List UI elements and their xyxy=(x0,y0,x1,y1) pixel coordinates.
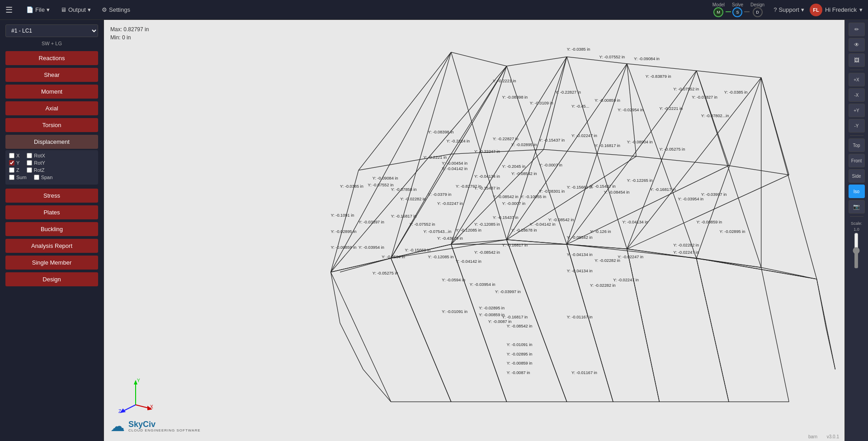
svg-text:Y: -0.2224 in: Y: -0.2224 in xyxy=(447,139,470,143)
svg-text:Y: -0.03397 in: Y: -0.03397 in xyxy=(359,220,384,224)
file-menu[interactable]: 📄 File ▾ xyxy=(22,5,54,15)
svg-text:Y: -0.22827 in: Y: -0.22827 in xyxy=(493,137,519,141)
checkbox-rotx[interactable] xyxy=(27,153,32,158)
skyciv-logo-text: SkyCiv CLOUD ENGINEERING SOFTWARE xyxy=(128,420,201,432)
svg-text:Y: -0.02282 in: Y: -0.02282 in xyxy=(400,197,426,201)
checkbox-roty[interactable] xyxy=(27,160,32,166)
svg-text:Y: -0.07858 in: Y: -0.07858 in xyxy=(391,187,417,192)
output-menu[interactable]: 🖥 Output ▾ xyxy=(56,5,95,15)
front-button[interactable]: Front xyxy=(849,154,865,167)
reactions-button[interactable]: Reactions xyxy=(5,51,98,65)
design-label: Design xyxy=(750,2,764,7)
camera-button[interactable]: 📷 xyxy=(849,200,865,213)
svg-text:Y: -0.08542 in: Y: -0.08542 in xyxy=(511,171,537,176)
buckling-button[interactable]: Buckling xyxy=(5,222,98,236)
plus-x-button[interactable]: +X xyxy=(849,73,865,86)
file-icon: 📄 xyxy=(26,6,33,13)
minus-x-button[interactable]: -X xyxy=(849,88,865,102)
svg-text:Y: -0.0385 in: Y: -0.0385 in xyxy=(724,90,748,95)
svg-text:Y: -0.08542 in: Y: -0.08542 in xyxy=(493,194,519,199)
version-label: v3.0.1 xyxy=(827,434,839,439)
displacement-button[interactable]: Displacement xyxy=(5,135,98,149)
check-row-1: X RotX xyxy=(9,153,94,158)
output-chevron: ▾ xyxy=(88,6,91,13)
output-icon: 🖥 xyxy=(61,6,66,13)
design-button[interactable]: Design xyxy=(5,272,98,286)
svg-line-60 xyxy=(761,78,789,175)
svg-text:Y: -0.07552 in: Y: -0.07552 in xyxy=(410,222,435,227)
top-button[interactable]: Top xyxy=(849,138,865,152)
svg-text:Y: -0.05275 in: Y: -0.05275 in xyxy=(373,271,398,275)
check-rotz: RotZ xyxy=(27,167,45,173)
design-circle[interactable]: D xyxy=(753,7,763,17)
axes-indicator: Y Z X xyxy=(118,378,154,414)
torsion-button[interactable]: Torsion xyxy=(5,118,98,132)
load-case-select[interactable]: #1 - LC1 xyxy=(5,24,98,37)
svg-text:Y: -0.15437 in: Y: -0.15437 in xyxy=(493,215,519,220)
svg-text:Y: -0.08301 in: Y: -0.08301 in xyxy=(539,189,565,194)
solve-circle[interactable]: S xyxy=(732,7,742,17)
topbar-right: Model M Solve S Design D ? Support ▾ FL … xyxy=(712,2,863,17)
svg-text:Y: -0.07802...in: Y: -0.07802...in xyxy=(701,114,729,118)
svg-text:Y: -0.12085 in: Y: -0.12085 in xyxy=(474,222,500,227)
model-circle[interactable]: M xyxy=(713,7,723,17)
check-y: Y xyxy=(9,160,19,166)
checkbox-rotz[interactable] xyxy=(27,167,32,173)
svg-text:Y: -0.07552 in: Y: -0.07552 in xyxy=(368,183,394,187)
model-solve-design: Model M Solve S Design D xyxy=(712,2,764,17)
shear-button[interactable]: Shear xyxy=(5,68,98,82)
svg-text:Y: -0.04142 in: Y: -0.04142 in xyxy=(456,259,481,264)
svg-text:Y: -0.12265 in: Y: -0.12265 in xyxy=(627,178,653,183)
svg-text:Y: -0.02247 in: Y: -0.02247 in xyxy=(673,250,699,255)
settings-menu[interactable]: ⚙ Settings xyxy=(97,5,135,15)
skyciv-logo: ☁ SkyCiv CLOUD ENGINEERING SOFTWARE xyxy=(110,417,201,435)
viewport[interactable]: Max: 0.82797 in Min: 0 in xyxy=(104,20,844,441)
user-chevron: ▾ xyxy=(859,6,863,13)
view-button[interactable]: 👁 xyxy=(849,38,865,52)
svg-text:Y: -0.08542 in: Y: -0.08542 in xyxy=(474,250,500,255)
plus-y-button[interactable]: +Y xyxy=(849,104,865,117)
svg-text:Y: -0.09084 in: Y: -0.09084 in xyxy=(634,57,660,61)
screenshot-button[interactable]: 🖼 xyxy=(849,53,865,67)
svg-text:Y: -0.03954 in: Y: -0.03954 in xyxy=(359,245,384,250)
svg-text:Y: -0.43879 in: Y: -0.43879 in xyxy=(437,236,463,241)
skyciv-logo-icon: ☁ xyxy=(110,417,125,435)
svg-text:Y: -0.07543...in: Y: -0.07543...in xyxy=(423,229,451,234)
analysis-report-button[interactable]: Analysis Report xyxy=(5,239,98,253)
checkbox-y[interactable] xyxy=(9,160,14,166)
checkbox-x[interactable] xyxy=(9,153,14,158)
svg-text:Y: -0.16817 in: Y: -0.16817 in xyxy=(650,187,676,192)
axial-button[interactable]: Axial xyxy=(5,101,98,115)
moment-button[interactable]: Moment xyxy=(5,85,98,99)
checkbox-z[interactable] xyxy=(9,167,14,173)
check-roty: RotY xyxy=(27,160,45,166)
svg-text:Y: -0.02895 in: Y: -0.02895 in xyxy=(511,142,537,147)
scale-value: 1.0 xyxy=(854,227,859,232)
edit-button[interactable]: ✏ xyxy=(849,23,865,36)
file-chevron: ▾ xyxy=(47,6,50,13)
scale-label: Scale: xyxy=(851,221,862,226)
iso-button[interactable]: Iso xyxy=(849,185,865,198)
svg-text:Y: -0.08542 in: Y: -0.08542 in xyxy=(567,235,593,240)
model-name-label: barn xyxy=(808,434,817,439)
svg-line-54 xyxy=(696,258,816,279)
structure-svg: Y: -0.0385 in Y: -0.07552 in Y: -0.09084… xyxy=(104,20,844,441)
support-button[interactable]: ? Support ▾ xyxy=(774,6,804,13)
user-menu[interactable]: FL Hi Frederick ▾ xyxy=(810,4,863,16)
single-member-button[interactable]: Single Member xyxy=(5,256,98,270)
check-rotx: RotX xyxy=(27,153,45,158)
svg-text:Y: -0.02895 in: Y: -0.02895 in xyxy=(331,229,357,234)
divider-1 xyxy=(850,70,863,70)
stress-button[interactable]: Stress xyxy=(5,189,98,203)
minus-y-button[interactable]: -Y xyxy=(849,119,865,133)
menu-icon[interactable]: ☰ xyxy=(5,5,13,15)
svg-text:Y: -0.07552 in: Y: -0.07552 in xyxy=(599,55,625,59)
side-button[interactable]: Side xyxy=(849,169,865,183)
checkbox-sum[interactable] xyxy=(9,175,14,180)
scale-slider[interactable] xyxy=(852,232,861,269)
plates-button[interactable]: Plates xyxy=(5,205,98,219)
svg-text:Y: -0.00859 in: Y: -0.00859 in xyxy=(479,313,505,317)
checkbox-span[interactable] xyxy=(34,175,39,180)
svg-line-27 xyxy=(761,267,789,402)
topbar-nav: 📄 File ▾ 🖥 Output ▾ ⚙ Settings xyxy=(22,5,712,15)
